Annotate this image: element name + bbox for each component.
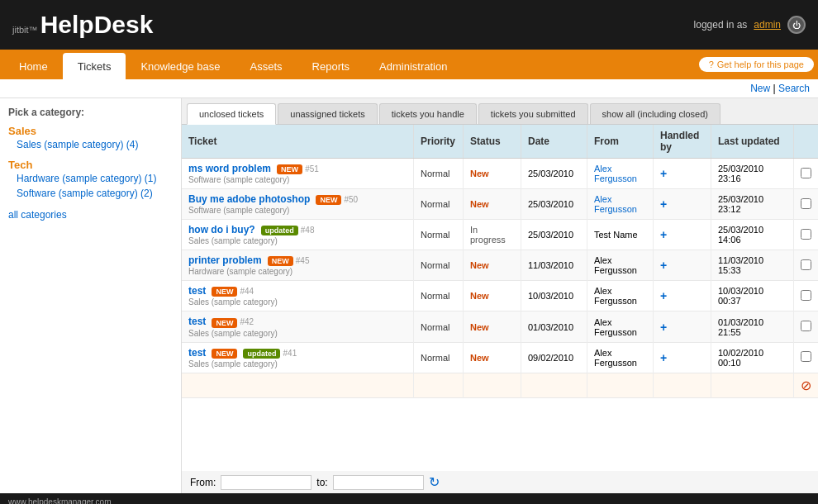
nav-reports[interactable]: Reports: [297, 53, 365, 79]
col-priority[interactable]: Priority: [414, 125, 464, 159]
tab-unassigned[interactable]: unassigned tickets: [278, 103, 378, 124]
ticket-checkbox[interactable]: [801, 229, 811, 240]
table-header-row: Ticket Priority Status Date From Handled…: [182, 125, 818, 159]
ticket-from: Test Name: [587, 220, 654, 250]
ticket-title[interactable]: test: [188, 316, 206, 327]
search-link[interactable]: Search: [778, 83, 810, 94]
table-row: test NEW #44 Sales (sample category) Nor…: [182, 281, 818, 311]
ticket-date: 25/03/2010: [521, 220, 587, 250]
ticket-handled-by: +: [654, 159, 711, 189]
to-date-input[interactable]: [333, 475, 424, 490]
main-content: unclosed tickets unassigned tickets tick…: [182, 98, 818, 493]
category-item-hardware[interactable]: Hardware (sample category) (1): [8, 171, 173, 186]
badge-updated: updated: [261, 226, 298, 235]
category-group-tech: Tech Hardware (sample category) (1) Soft…: [8, 159, 173, 201]
new-link[interactable]: New: [750, 83, 770, 94]
nav-tickets[interactable]: Tickets: [63, 53, 126, 79]
category-group-title-sales[interactable]: Sales: [8, 125, 173, 137]
ticket-status: New: [464, 250, 521, 281]
badge-new: NEW: [212, 318, 237, 328]
col-status[interactable]: Status: [464, 125, 521, 159]
username-link[interactable]: admin: [754, 19, 781, 31]
delete-icon[interactable]: ⊘: [801, 378, 811, 392]
empty-cell: [654, 373, 711, 397]
ticket-handled-by: +: [654, 281, 711, 311]
ticket-status: New: [464, 189, 521, 220]
ticket-priority: Normal: [414, 220, 464, 250]
ticket-from: Alex Fergusson: [587, 342, 654, 373]
nav-assets[interactable]: Assets: [235, 53, 297, 79]
from-date-input[interactable]: [221, 475, 312, 490]
ticket-last-updated: 25/03/201014:06: [711, 220, 794, 250]
ticket-id: #51: [305, 164, 319, 174]
all-categories-link[interactable]: all categories: [8, 209, 173, 221]
ticket-sub: Hardware (sample category): [188, 267, 292, 276]
ticket-handled-by: +: [654, 342, 711, 373]
ticket-title[interactable]: test: [188, 347, 206, 359]
badge-new: NEW: [212, 287, 237, 297]
ticket-priority: Normal: [414, 189, 464, 220]
tickets-tbody: ms word problem NEW #51 Software (sample…: [182, 159, 818, 398]
table-row: test NEW #42 Sales (sample category) Nor…: [182, 311, 818, 342]
table-row: test NEW updated #41 Sales (sample categ…: [182, 342, 818, 373]
ticket-checkbox[interactable]: [801, 259, 811, 270]
ticket-priority: Normal: [414, 159, 464, 189]
ticket-title[interactable]: printer problem: [188, 254, 262, 266]
ticket-last-updated: 10/03/201000:37: [711, 281, 794, 311]
ticket-sub: Software (sample category): [188, 206, 289, 215]
col-last-updated[interactable]: Last updated: [711, 125, 794, 159]
ticket-id: #45: [296, 256, 310, 265]
ticket-handled-by: +: [654, 250, 711, 281]
header-right: logged in as admin ⏻: [694, 16, 806, 34]
logged-in-text: logged in as: [694, 19, 748, 31]
tabs: unclosed tickets unassigned tickets tick…: [182, 98, 818, 125]
category-item-software[interactable]: Software (sample category) (2): [8, 186, 173, 201]
nav-home[interactable]: Home: [4, 53, 63, 79]
power-button[interactable]: ⏻: [787, 16, 806, 34]
tab-unclosed[interactable]: unclosed tickets: [187, 103, 276, 125]
ticket-date: 09/02/2010: [521, 342, 587, 373]
ticket-handled-by: +: [654, 189, 711, 220]
ticket-checkbox[interactable]: [801, 290, 811, 301]
col-handled-by[interactable]: Handled by: [654, 125, 711, 159]
col-ticket[interactable]: Ticket: [182, 125, 414, 159]
ticket-date: 01/03/2010: [521, 311, 587, 342]
help-button[interactable]: ? Get help for this page: [699, 57, 814, 72]
refresh-button[interactable]: ↻: [429, 474, 440, 490]
ticket-last-updated: 10/02/201000:10: [711, 342, 794, 373]
ticket-checkbox[interactable]: [801, 198, 811, 209]
ticket-date: 25/03/2010: [521, 159, 587, 189]
table-row: Buy me adobe photoshop NEW #50 Software …: [182, 189, 818, 220]
from-link[interactable]: Alex Fergusson: [594, 194, 637, 214]
ticket-priority: Normal: [414, 250, 464, 281]
ticket-title[interactable]: Buy me adobe photoshop: [188, 193, 310, 205]
ticket-sub: Sales (sample category): [188, 329, 278, 338]
ticket-checkbox[interactable]: [801, 168, 811, 178]
tab-you-handle[interactable]: tickets you handle: [379, 103, 477, 124]
ticket-title[interactable]: how do i buy?: [188, 224, 255, 235]
col-checkbox: [794, 125, 819, 159]
nav-knowledge-base[interactable]: Knowledge base: [126, 53, 235, 79]
ticket-cell: test NEW updated #41 Sales (sample categ…: [182, 342, 414, 373]
ticket-title[interactable]: test: [188, 285, 206, 297]
ticket-last-updated: 01/03/201021:55: [711, 311, 794, 342]
ticket-date: 25/03/2010: [521, 189, 587, 220]
ticket-checkbox[interactable]: [801, 321, 811, 331]
col-from[interactable]: From: [587, 125, 654, 159]
tab-you-submitted[interactable]: tickets you submitted: [478, 103, 588, 124]
ticket-title[interactable]: ms word problem: [188, 163, 271, 174]
ticket-sub: Sales (sample category): [188, 359, 278, 368]
col-date[interactable]: Date: [521, 125, 587, 159]
category-item-sales-sample[interactable]: Sales (sample category) (4): [8, 137, 173, 152]
ticket-from: Alex Fergusson: [587, 189, 654, 220]
ticket-checkbox[interactable]: [801, 351, 811, 362]
ticket-priority: Normal: [414, 281, 464, 311]
ticket-checkbox-cell: [794, 250, 819, 281]
ticket-checkbox-cell: [794, 189, 819, 220]
table-row: printer problem NEW #45 Hardware (sample…: [182, 250, 818, 281]
nav-administration[interactable]: Administration: [364, 53, 462, 79]
ticket-checkbox-cell: [794, 342, 819, 373]
table-row: how do i buy? updated #48 Sales (sample …: [182, 220, 818, 250]
tab-show-all[interactable]: show all (including closed): [590, 103, 721, 124]
category-group-title-tech[interactable]: Tech: [8, 159, 173, 171]
